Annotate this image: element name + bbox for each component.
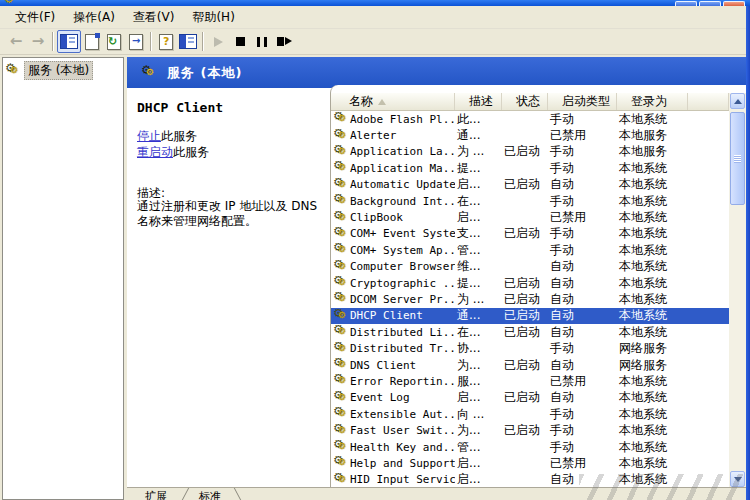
menu-help[interactable]: 帮助(H): [183, 7, 243, 28]
service-gear-icon: [333, 211, 349, 225]
show-console-tree-button[interactable]: [57, 30, 81, 53]
table-row[interactable]: Automatic Updates启...已启动自动本地系统: [331, 177, 729, 193]
service-startup-type: 手动: [548, 160, 617, 177]
table-row[interactable]: Fast User Swit...为...已启动手动本地系统: [331, 422, 729, 438]
restart-service-button[interactable]: [273, 31, 295, 52]
service-detail-pane: DHCP Client 停止此服务 重启动此服务 描述: 通过注册和更改 IP …: [127, 88, 330, 488]
tab-extended[interactable]: 扩展: [145, 489, 167, 500]
column-header-description[interactable]: 描述: [455, 93, 502, 110]
table-row[interactable]: Computer Browser维...自动本地系统: [331, 259, 729, 275]
table-row[interactable]: Cryptographic ...提...已启动自动本地系统: [331, 275, 729, 291]
services-content: DHCP Client 停止此服务 重启动此服务 描述: 通过注册和更改 IP …: [127, 88, 746, 488]
table-row[interactable]: Event Log启...已启动自动本地系统: [331, 390, 729, 406]
service-list-pane: 名称 描述 状态 启动类型 登录为 Adobe Flash Pl...此...手…: [330, 85, 746, 488]
service-startup-type: 已禁用: [548, 209, 617, 226]
refresh-button[interactable]: ↻: [103, 31, 125, 52]
table-row[interactable]: COM+ Event System支...已启动手动本地系统: [331, 226, 729, 242]
scroll-down-button[interactable]: [730, 471, 745, 487]
table-row[interactable]: DNS Client为...已启动自动网络服务: [331, 357, 729, 373]
toolbar-separator: [150, 32, 152, 51]
service-name-cell: DCOM Server Pr...: [331, 292, 455, 306]
services-gear-icon: [5, 64, 21, 78]
back-button[interactable]: ←: [5, 31, 27, 52]
properties-button[interactable]: [81, 31, 103, 52]
vertical-scrollbar[interactable]: [729, 93, 746, 488]
service-gear-icon: [333, 440, 349, 454]
stop-service-button[interactable]: [229, 31, 251, 52]
table-row[interactable]: Alerter通...已禁用本地服务: [331, 127, 729, 143]
start-service-button[interactable]: [207, 31, 229, 52]
export-list-icon: →: [129, 34, 143, 50]
service-name-cell: Application La...: [331, 145, 455, 159]
tree-item-services-local[interactable]: 服务 (本地): [5, 61, 121, 80]
service-name-cell: Alerter: [331, 129, 455, 143]
tab-divider: [181, 487, 191, 500]
table-row[interactable]: Extensible Aut...向 ...手动本地系统: [331, 406, 729, 422]
service-gear-icon: [333, 178, 349, 192]
service-logon-as: 本地系统: [617, 439, 688, 456]
service-name-cell: Distributed Li...: [331, 325, 455, 339]
column-header-name[interactable]: 名称: [331, 93, 455, 110]
pause-service-button[interactable]: [251, 31, 273, 52]
stop-service-link[interactable]: 停止: [137, 129, 161, 143]
table-row[interactable]: Error Reportin...服...已禁用本地系统: [331, 373, 729, 389]
service-description: 启...: [455, 455, 502, 472]
column-header-status[interactable]: 状态: [502, 93, 548, 110]
help-button[interactable]: ?: [155, 31, 177, 52]
menu-action[interactable]: 操作(A): [64, 7, 124, 28]
table-row[interactable]: DHCP Client通...已启动自动本地系统: [331, 308, 729, 324]
menu-file[interactable]: 文件(F): [6, 7, 64, 28]
service-name: Automatic Updates: [350, 178, 455, 191]
table-row[interactable]: DCOM Server Pr...为 ...已启动自动本地系统: [331, 291, 729, 307]
table-row[interactable]: Distributed Tr...协...手动网络服务: [331, 340, 729, 356]
service-gear-icon: [333, 456, 349, 470]
table-row[interactable]: ClipBook启...已禁用本地系统: [331, 209, 729, 225]
service-logon-as: 本地系统: [617, 111, 688, 128]
table-row[interactable]: Background Int...在...手动本地系统: [331, 193, 729, 209]
forward-icon: →: [32, 34, 45, 49]
table-row[interactable]: Application Ma...提...手动本地系统: [331, 160, 729, 176]
service-name: Fast User Swit...: [350, 424, 455, 437]
service-name: DHCP Client: [350, 309, 423, 322]
service-name: Background Int...: [350, 195, 455, 208]
service-name: Adobe Flash Pl...: [350, 113, 455, 126]
restart-service-link[interactable]: 重启动: [137, 145, 173, 159]
service-description: 维...: [455, 258, 502, 275]
table-row[interactable]: COM+ System Ap...管...手动本地系统: [331, 242, 729, 258]
service-name-cell: ClipBook: [331, 211, 455, 225]
service-name-cell: Extensible Aut...: [331, 407, 455, 421]
tab-standard[interactable]: 标准: [199, 489, 221, 500]
toolbar: ← → ↻ → ?: [0, 29, 746, 55]
service-startup-type: 手动: [548, 111, 617, 128]
table-row[interactable]: Help and Support启...已禁用本地系统: [331, 455, 729, 471]
table-row[interactable]: Health Key and...管...手动本地系统: [331, 439, 729, 455]
service-description: 协...: [455, 340, 502, 357]
service-name: Cryptographic ...: [350, 277, 455, 290]
column-header-logon-as[interactable]: 登录为: [617, 93, 688, 110]
service-logon-as: 本地系统: [617, 307, 688, 324]
column-header-startup-type[interactable]: 启动类型: [548, 93, 617, 110]
service-description: 启...: [455, 176, 502, 193]
service-gear-icon: [333, 112, 349, 126]
table-row[interactable]: Distributed Li...在...已启动自动本地系统: [331, 324, 729, 340]
service-startup-type: 自动: [548, 471, 617, 488]
service-status: 已启动: [502, 389, 548, 406]
service-startup-type: 手动: [548, 225, 617, 242]
scrollbar-thumb[interactable]: [730, 112, 745, 205]
service-logon-as: 本地系统: [617, 422, 688, 439]
table-row[interactable]: Adobe Flash Pl...此...手动本地系统: [331, 111, 729, 127]
service-description: 管...: [455, 439, 502, 456]
forward-button[interactable]: →: [27, 31, 49, 52]
menu-view[interactable]: 查看(V): [124, 7, 184, 28]
show-extended-view-button[interactable]: [177, 31, 199, 52]
services-console-window: ⚙ 文件(F) 操作(A) 查看(V) 帮助(H) ← → ↻ → ?: [0, 0, 750, 500]
service-logon-as: 本地系统: [617, 176, 688, 193]
service-description: 支...: [455, 225, 502, 242]
table-row[interactable]: Application La...为 ...已启动手动本地服务: [331, 144, 729, 160]
service-status: 已启动: [502, 307, 548, 324]
service-gear-icon: [333, 424, 349, 438]
menu-bar: 文件(F) 操作(A) 查看(V) 帮助(H): [0, 6, 746, 29]
table-row[interactable]: HID Input Service启...自动本地系统: [331, 472, 729, 488]
export-list-button[interactable]: →: [125, 31, 147, 52]
scroll-up-button[interactable]: [730, 93, 745, 109]
